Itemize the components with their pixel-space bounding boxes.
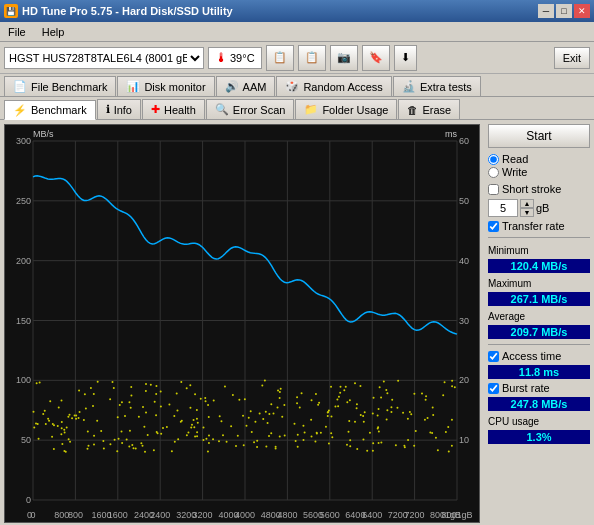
access-time-check-label[interactable]: Access time xyxy=(488,350,590,362)
chart-area: MB/s ms 0 800 1600 2400 3200 4000 4800 5… xyxy=(4,124,480,523)
exit-button[interactable]: Exit xyxy=(554,47,590,69)
tab-file-benchmark[interactable]: 📄 File Benchmark xyxy=(4,76,116,96)
transfer-rate-label[interactable]: Transfer rate xyxy=(488,220,590,232)
tab-disk-monitor[interactable]: 📊 Disk monitor xyxy=(117,76,214,96)
file-benchmark-icon: 📄 xyxy=(13,80,27,93)
spin-buttons: ▲ ▼ xyxy=(520,199,534,217)
right-panel: Start Read Write Short stroke ▲ ▼ gB xyxy=(484,120,594,525)
aam-icon: 🔊 xyxy=(225,80,239,93)
cpu-usage-value: 1.3% xyxy=(488,430,590,444)
app-icon: 💾 xyxy=(4,4,18,18)
window-controls: ─ □ ✕ xyxy=(538,4,590,18)
access-time-value: 11.8 ms xyxy=(488,365,590,379)
average-value: 209.7 MB/s xyxy=(488,325,590,339)
title-bar: 💾 HD Tune Pro 5.75 - Hard Disk/SSD Utili… xyxy=(0,0,594,22)
cpu-usage-label: CPU usage xyxy=(488,416,590,427)
read-radio-label[interactable]: Read xyxy=(488,153,590,165)
drive-selector[interactable]: HGST HUS728T8TALE6L4 (8001 gB) xyxy=(4,47,204,69)
short-stroke-checkbox[interactable] xyxy=(488,184,499,195)
tab-error-scan[interactable]: 🔍 Error Scan xyxy=(206,99,295,119)
folder-usage-icon: 📁 xyxy=(304,103,318,116)
spin-row: ▲ ▼ gB xyxy=(488,199,590,217)
tab-folder-usage[interactable]: 📁 Folder Usage xyxy=(295,99,397,119)
close-button[interactable]: ✕ xyxy=(574,4,590,18)
transfer-rate-checkbox[interactable] xyxy=(488,221,499,232)
health-icon: ✚ xyxy=(151,103,160,116)
spin-input[interactable] xyxy=(488,199,518,217)
write-radio[interactable] xyxy=(488,167,499,178)
window-title: HD Tune Pro 5.75 - Hard Disk/SSD Utility xyxy=(22,5,233,17)
short-stroke-label[interactable]: Short stroke xyxy=(488,183,590,195)
tab-extra-tests[interactable]: 🔬 Extra tests xyxy=(393,76,481,96)
tab-benchmark[interactable]: ⚡ Benchmark xyxy=(4,100,96,120)
minimum-label: Minimum xyxy=(488,245,590,256)
extra-tests-icon: 🔬 xyxy=(402,80,416,93)
erase-icon: 🗑 xyxy=(407,104,418,116)
menu-bar: File Help xyxy=(0,22,594,42)
temperature-value: 39°C xyxy=(230,52,255,64)
burst-rate-value: 247.8 MB/s xyxy=(488,397,590,411)
tab-health[interactable]: ✚ Health xyxy=(142,99,205,119)
toolbar-btn-5[interactable]: ⬇ xyxy=(394,45,417,71)
burst-rate-check-label[interactable]: Burst rate xyxy=(488,382,590,394)
burst-rate-checkbox[interactable] xyxy=(488,383,499,394)
benchmark-chart xyxy=(5,125,479,522)
tab-aam[interactable]: 🔊 AAM xyxy=(216,76,276,96)
maximum-value: 267.1 MB/s xyxy=(488,292,590,306)
write-radio-label[interactable]: Write xyxy=(488,166,590,178)
random-access-icon: 🎲 xyxy=(285,80,299,93)
gb-unit: gB xyxy=(536,202,549,214)
error-scan-icon: 🔍 xyxy=(215,103,229,116)
tab-erase[interactable]: 🗑 Erase xyxy=(398,99,460,119)
average-label: Average xyxy=(488,311,590,322)
menu-help[interactable]: Help xyxy=(38,25,69,39)
disk-monitor-icon: 📊 xyxy=(126,80,140,93)
read-write-group: Read Write xyxy=(488,153,590,178)
maximize-button[interactable]: □ xyxy=(556,4,572,18)
toolbar-btn-4[interactable]: 🔖 xyxy=(362,45,390,71)
toolbar-btn-1[interactable]: 📋 xyxy=(266,45,294,71)
tab-bar-top: 📄 File Benchmark 📊 Disk monitor 🔊 AAM 🎲 … xyxy=(0,74,594,97)
toolbar-btn-3[interactable]: 📷 xyxy=(330,45,358,71)
tab-bar-bottom: ⚡ Benchmark ℹ Info ✚ Health 🔍 Error Scan… xyxy=(0,97,594,120)
benchmark-icon: ⚡ xyxy=(13,104,27,117)
toolbar-btn-2[interactable]: 📋 xyxy=(298,45,326,71)
menu-file[interactable]: File xyxy=(4,25,30,39)
divider-1 xyxy=(488,237,590,238)
maximum-label: Maximum xyxy=(488,278,590,289)
divider-2 xyxy=(488,344,590,345)
spin-up-button[interactable]: ▲ xyxy=(520,199,534,208)
tab-info[interactable]: ℹ Info xyxy=(97,99,141,119)
info-icon: ℹ xyxy=(106,103,110,116)
access-time-checkbox[interactable] xyxy=(488,351,499,362)
start-button[interactable]: Start xyxy=(488,124,590,148)
temperature-display: 🌡 39°C xyxy=(208,47,262,69)
toolbar: HGST HUS728T8TALE6L4 (8001 gB) 🌡 39°C 📋 … xyxy=(0,42,594,74)
read-radio[interactable] xyxy=(488,154,499,165)
minimum-value: 120.4 MB/s xyxy=(488,259,590,273)
minimize-button[interactable]: ─ xyxy=(538,4,554,18)
main-content: MB/s ms 0 800 1600 2400 3200 4000 4800 5… xyxy=(0,120,594,525)
thermometer-icon: 🌡 xyxy=(215,50,228,65)
tab-random-access[interactable]: 🎲 Random Access xyxy=(276,76,391,96)
spin-down-button[interactable]: ▼ xyxy=(520,208,534,217)
